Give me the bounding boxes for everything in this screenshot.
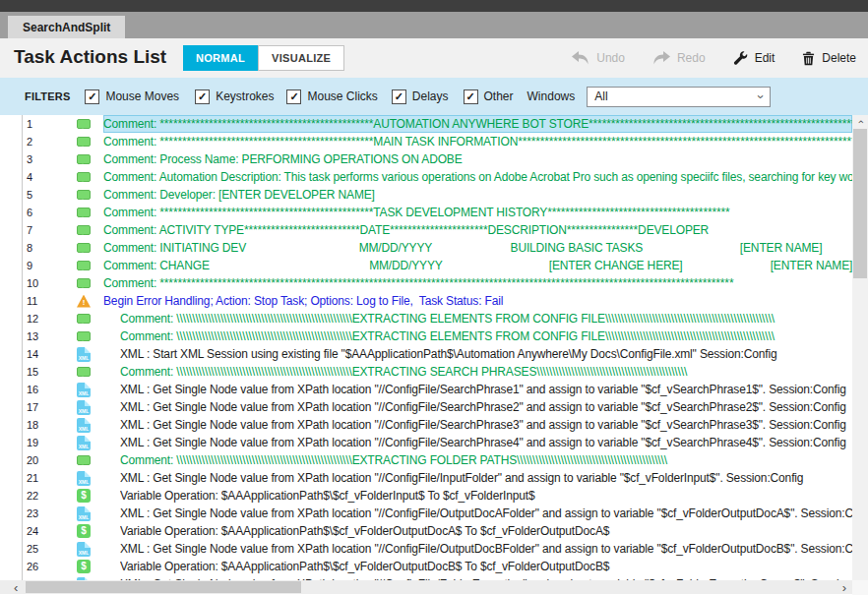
comment-icon: [77, 331, 91, 341]
filter-checkbox-other[interactable]: ✓ Other: [464, 89, 514, 104]
chevron-down-icon: ›: [755, 94, 768, 98]
filters-label: FILTERS: [25, 90, 70, 102]
task-row[interactable]: 16XMLXML : Get Single Node value from XP…: [0, 381, 852, 398]
visualize-button[interactable]: VISUALIZE: [258, 45, 344, 71]
line-number: 10: [0, 277, 49, 289]
header-bar: Task Actions List NORMAL VISUALIZE Undo …: [0, 38, 868, 78]
wrench-icon: [733, 51, 748, 66]
horizontal-scrollbar[interactable]: ‹ ›: [0, 580, 852, 594]
variable-icon: $: [77, 560, 91, 573]
action-text: Comment: INITIATING DEV MM/DD/YYYY BUILD…: [103, 239, 852, 257]
task-row[interactable]: 22$Variable Operation: $AAApplicationPat…: [0, 487, 852, 505]
task-row[interactable]: 26$Variable Operation: $AAApplicationPat…: [0, 558, 852, 575]
task-row[interactable]: 14XMLXML : Start XML Session using exist…: [0, 345, 852, 363]
task-row[interactable]: 2Comment: ******************************…: [0, 133, 852, 150]
line-number: 12: [0, 313, 49, 325]
comment-icon: [77, 208, 91, 217]
comment-icon: [77, 190, 91, 200]
task-row[interactable]: 3Comment: Process Name: PERFORMING OPERA…: [0, 150, 852, 168]
app-window: SearchAndSplit Task Actions List NORMAL …: [0, 0, 868, 595]
task-row[interactable]: 18XMLXML : Get Single Node value from XP…: [0, 416, 852, 434]
task-row[interactable]: 25XMLXML : Get Single Node value from XP…: [0, 540, 852, 558]
task-row[interactable]: 13Comment: \\\\\\\\\\\\\\\\\\\\\\\\\\\\\…: [0, 327, 852, 345]
task-row[interactable]: 7Comment: ACTIVITY TYPE*****************…: [0, 221, 852, 239]
task-row[interactable]: 21XMLXML : Get Single Node value from XP…: [0, 469, 852, 487]
line-number: 4: [0, 171, 49, 183]
task-row[interactable]: 24$Variable Operation: $AAApplicationPat…: [0, 522, 852, 540]
document-tab[interactable]: SearchAndSplit: [8, 16, 125, 38]
task-row[interactable]: 5Comment: Developer: [ENTER DEVELOPER NA…: [0, 186, 852, 204]
task-row[interactable]: 9Comment: CHANGE MM/DD/YYYY [ENTER CHANG…: [0, 257, 852, 274]
line-number: 25: [0, 543, 49, 555]
action-text: Variable Operation: $AAApplicationPath$\…: [120, 522, 852, 540]
line-number: 3: [0, 153, 49, 165]
page-title: Task Actions List: [14, 46, 166, 68]
scrollbar-corner: [852, 580, 868, 595]
task-row[interactable]: 19XMLXML : Get Single Node value from XP…: [0, 434, 852, 451]
action-text: Comment: Developer: [ENTER DEVELOPER NAM…: [103, 186, 852, 204]
action-text: Variable Operation: $AAApplicationPath$\…: [120, 487, 852, 505]
filter-checkbox-mouse-clicks[interactable]: ✓ Mouse Clicks: [286, 89, 377, 104]
task-row[interactable]: 17XMLXML : Get Single Node value from XP…: [0, 398, 852, 416]
windows-dropdown-value: All: [594, 89, 607, 103]
xml-icon: XML: [77, 400, 91, 415]
task-row[interactable]: 10Comment: *****************************…: [0, 274, 852, 292]
normal-button[interactable]: NORMAL: [183, 45, 258, 71]
h-scroll-thumb[interactable]: [26, 581, 301, 593]
comment-icon: [77, 314, 91, 324]
xml-icon: XML: [77, 542, 91, 557]
document-tab-label: SearchAndSplit: [23, 21, 110, 34]
action-text: Comment: CHANGE MM/DD/YYYY [ENTER CHANGE…: [103, 257, 852, 274]
filter-checkbox-mouse-moves[interactable]: ✓ Mouse Moves: [85, 89, 179, 104]
redo-label: Redo: [677, 51, 706, 65]
visualize-button-label: VISUALIZE: [272, 52, 331, 64]
windows-label: Windows: [527, 89, 576, 103]
delete-label: Delete: [822, 51, 856, 65]
task-row[interactable]: 11!Begin Error Handling; Action: Stop Ta…: [0, 292, 852, 310]
comment-icon: [77, 278, 91, 288]
line-number: 24: [0, 525, 49, 537]
action-text: Comment: *******************************…: [103, 133, 852, 150]
trash-icon: [802, 51, 815, 66]
undo-button[interactable]: Undo: [572, 51, 625, 65]
action-text: XML : Get Single Node value from XPath l…: [120, 540, 852, 558]
line-number: 16: [0, 384, 49, 395]
scroll-right-arrow[interactable]: ›: [842, 580, 846, 594]
task-row[interactable]: 12Comment: \\\\\\\\\\\\\\\\\\\\\\\\\\\\\…: [0, 310, 852, 327]
action-text: Variable Operation: $AAApplicationPath$\…: [120, 558, 852, 575]
redo-button[interactable]: Redo: [652, 51, 706, 65]
line-number: 18: [0, 419, 49, 431]
line-number: 22: [0, 490, 49, 502]
variable-icon: $: [77, 524, 91, 538]
action-text: XML : Get Single Node value from XPath l…: [120, 398, 852, 416]
scroll-up-arrow[interactable]: ›: [852, 115, 868, 129]
action-text: XML : Get Single Node value from XPath l…: [120, 416, 852, 434]
v-scroll-thumb[interactable]: [853, 129, 867, 278]
action-text: Comment: Process Name: PERFORMING OPERAT…: [103, 150, 852, 168]
windows-dropdown[interactable]: All ›: [587, 87, 771, 107]
delete-button[interactable]: Delete: [802, 51, 856, 66]
tab-bar: SearchAndSplit: [0, 12, 868, 38]
filter-checkbox-keystrokes[interactable]: ✓ Keystrokes: [195, 89, 274, 104]
filter-label: Mouse Moves: [105, 89, 179, 103]
action-text: Comment: *******************************…: [103, 274, 852, 292]
action-text: Comment: *******************************…: [103, 115, 852, 133]
task-row[interactable]: 8Comment: INITIATING DEV MM/DD/YYYY BUIL…: [0, 239, 852, 257]
scroll-left-arrow[interactable]: ‹: [14, 580, 18, 594]
action-text: Comment: Automation Description: This ta…: [103, 168, 852, 186]
action-text: XML : Get Single Node value from XPath l…: [120, 469, 852, 487]
task-row[interactable]: 23XMLXML : Get Single Node value from XP…: [0, 505, 852, 522]
comment-icon: [77, 154, 91, 164]
comment-icon: [77, 243, 91, 253]
task-row[interactable]: 4Comment: Automation Description: This t…: [0, 168, 852, 186]
line-number: 8: [0, 242, 49, 254]
edit-button[interactable]: Edit: [733, 51, 775, 66]
task-row[interactable]: 6Comment: ******************************…: [0, 204, 852, 221]
vertical-scrollbar[interactable]: ›: [852, 115, 868, 580]
task-row[interactable]: 15Comment: \\\\\\\\\\\\\\\\\\\\\\\\\\\\\…: [0, 363, 852, 381]
task-row[interactable]: 1Comment: ******************************…: [0, 115, 852, 133]
line-number: 2: [0, 136, 49, 148]
filter-label: Delays: [412, 89, 449, 103]
filter-checkbox-delays[interactable]: ✓ Delays: [392, 89, 449, 104]
task-row[interactable]: 20Comment: \\\\\\\\\\\\\\\\\\\\\\\\\\\\\…: [0, 451, 852, 469]
